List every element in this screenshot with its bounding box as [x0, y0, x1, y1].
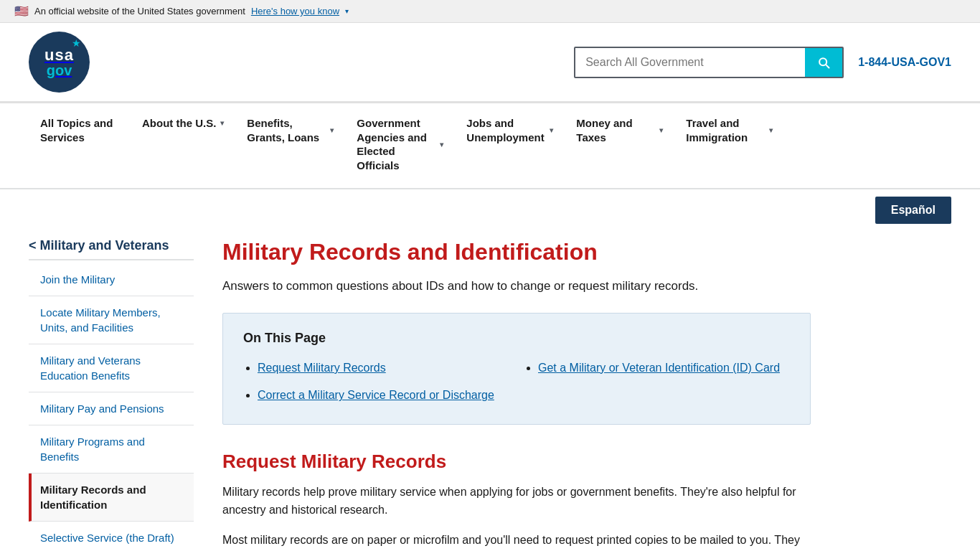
gov-banner: 🇺🇸 An official website of the United Sta… [0, 0, 980, 23]
nav-label-jobs: Jobs and Unemployment [466, 116, 545, 144]
nav-link-travel[interactable]: Travel and Immigration ▾ [674, 103, 784, 160]
nav-chevron-travel-icon: ▾ [769, 126, 773, 135]
espanol-button[interactable]: Español [875, 197, 951, 224]
nav-link-jobs[interactable]: Jobs and Unemployment ▾ [455, 103, 565, 160]
sidebar-item-locate: Locate Military Members, Units, and Faci… [29, 296, 194, 344]
sidebar-link-pay[interactable]: Military Pay and Pensions [29, 392, 194, 425]
nav-label-all-topics: All Topics and Services [40, 116, 119, 144]
section-title-request: Request Military Records [222, 451, 811, 473]
main-nav: All Topics and Services About the U.S. ▾… [0, 103, 980, 189]
heres-how-link[interactable]: Here's how you know [251, 6, 339, 17]
nav-label-travel: Travel and Immigration [686, 116, 765, 144]
nav-link-about[interactable]: About the U.S. ▾ [131, 103, 235, 146]
main-content: Military Records and Identification Answ… [222, 238, 811, 551]
nav-label-money: Money and Taxes [576, 116, 655, 144]
on-this-page-box: On This Page Request Military Records Ge… [222, 313, 811, 425]
nav-link-agencies[interactable]: Government Agencies and Elected Official… [345, 103, 455, 188]
on-this-page-link-correct[interactable]: Correct a Military Service Record or Dis… [258, 389, 494, 401]
logo-gov-text: gov [47, 63, 72, 77]
section-para-1-request: Military records help prove military ser… [222, 483, 811, 519]
sidebar-link-locate[interactable]: Locate Military Members, Units, and Faci… [29, 296, 194, 344]
sidebar-link-records[interactable]: Military Records and Identification [29, 474, 194, 522]
sidebar-item-programs: Military Programs and Benefits [29, 425, 194, 474]
sidebar-item-join: Join the Military [29, 263, 194, 296]
on-this-page-heading: On This Page [243, 331, 790, 346]
nav-chevron-about-icon: ▾ [220, 118, 224, 128]
nav-label-benefits: Benefits, Grants, Loans [247, 116, 326, 144]
page-intro: Answers to common questions about IDs an… [222, 277, 811, 296]
logo: ★ usa gov [29, 32, 90, 93]
nav-item-jobs: Jobs and Unemployment ▾ [455, 103, 565, 188]
sidebar-item-education: Military and Veterans Education Benefits [29, 344, 194, 392]
sidebar-link-programs[interactable]: Military Programs and Benefits [29, 425, 194, 474]
on-this-page-link-request[interactable]: Request Military Records [258, 362, 386, 374]
nav-item-benefits: Benefits, Grants, Loans ▾ [235, 103, 345, 188]
banner-chevron-icon: ▾ [345, 7, 349, 15]
logo-usa-text: usa [44, 47, 74, 63]
flag-icon: 🇺🇸 [14, 4, 29, 18]
sidebar-link-join[interactable]: Join the Military [29, 263, 194, 296]
sidebar-item-records: Military Records and Identification [29, 474, 194, 522]
nav-link-benefits[interactable]: Benefits, Grants, Loans ▾ [235, 103, 345, 160]
search-input[interactable] [575, 49, 805, 76]
nav-item-money: Money and Taxes ▾ [565, 103, 674, 188]
search-box [574, 47, 844, 78]
on-this-page-item-correct: Correct a Military Service Record or Dis… [258, 385, 509, 406]
logo-area: ★ usa gov [29, 32, 90, 93]
page-title: Military Records and Identification [222, 238, 811, 265]
site-header: ★ usa gov 1-844-USA-GOV1 [0, 23, 980, 103]
lang-bar: Español [0, 189, 980, 224]
sidebar-link-selective[interactable]: Selective Service (the Draft) [29, 522, 194, 551]
section-para-2-request: Most military records are on paper or mi… [222, 531, 811, 551]
logo-link[interactable]: ★ usa gov [29, 32, 90, 93]
nav-item-about: About the U.S. ▾ [131, 103, 235, 188]
official-text: An official website of the United States… [34, 6, 245, 17]
nav-item-all-topics: All Topics and Services [29, 103, 131, 188]
sidebar-link-education[interactable]: Military and Veterans Education Benefits [29, 344, 194, 392]
nav-link-money[interactable]: Money and Taxes ▾ [565, 103, 674, 160]
section-request: Request Military Records Military record… [222, 451, 811, 551]
sidebar: Military and Veterans Join the Military … [29, 238, 194, 551]
nav-label-agencies: Government Agencies and Elected Official… [357, 116, 435, 172]
sidebar-item-pay: Military Pay and Pensions [29, 392, 194, 425]
search-area: 1-844-USA-GOV1 [574, 47, 951, 78]
nav-link-all-topics[interactable]: All Topics and Services [29, 103, 131, 160]
search-button[interactable] [805, 48, 842, 77]
sidebar-nav: Join the Military Locate Military Member… [29, 263, 194, 551]
nav-chevron-jobs-icon: ▾ [550, 126, 553, 135]
nav-chevron-agencies-icon: ▾ [440, 140, 443, 149]
nav-chevron-benefits-icon: ▾ [330, 126, 334, 135]
on-this-page-link-id-card[interactable]: Get a Military or Veteran Identification… [538, 362, 780, 374]
on-this-page-list: Request Military Records Get a Military … [243, 357, 790, 407]
nav-chevron-money-icon: ▾ [659, 126, 663, 135]
nav-item-agencies: Government Agencies and Elected Official… [345, 103, 455, 188]
on-this-page-item-request: Request Military Records [258, 357, 509, 379]
nav-list: All Topics and Services About the U.S. ▾… [29, 103, 951, 188]
sidebar-item-selective: Selective Service (the Draft) [29, 522, 194, 551]
phone-link[interactable]: 1-844-USA-GOV1 [858, 56, 951, 69]
nav-item-travel: Travel and Immigration ▾ [674, 103, 784, 188]
search-icon [816, 55, 831, 70]
logo-star-icon: ★ [72, 37, 81, 49]
nav-label-about: About the U.S. [142, 116, 216, 131]
on-this-page-item-id-card: Get a Military or Veteran Identification… [538, 357, 790, 379]
sidebar-parent-link[interactable]: Military and Veterans [29, 238, 194, 260]
page-content: Military and Veterans Join the Military … [0, 224, 980, 551]
